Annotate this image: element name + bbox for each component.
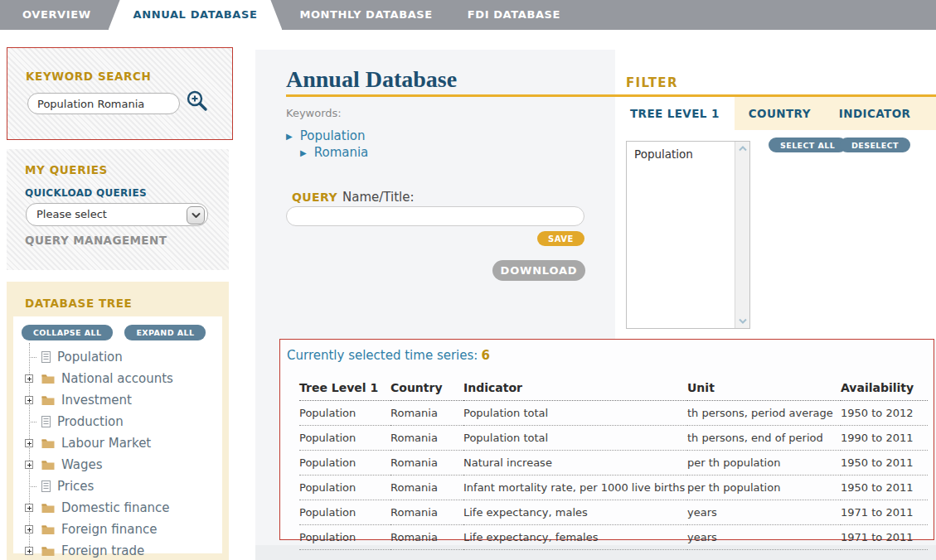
deselect-button[interactable]: DESELECT <box>840 138 910 152</box>
query-name-input[interactable] <box>286 206 584 226</box>
selected-time-series-label: Currently selected time series:6 <box>287 348 490 363</box>
tree-item-investment[interactable]: Investment <box>22 389 222 411</box>
quickload-queries-label: QUICKLOAD QUERIES <box>25 187 147 199</box>
top-nav: OVERVIEW ANNUAL DATABASE MONTHLY DATABAS… <box>0 0 936 30</box>
folder-icon <box>41 503 55 514</box>
tree-item-prices[interactable]: Prices <box>22 476 222 497</box>
expand-plus-icon[interactable] <box>25 439 33 447</box>
filter-tab-unit[interactable]: UNIT <box>924 97 936 130</box>
database-tree: Population National accounts Investment <box>22 346 222 560</box>
tree-item-label: National accounts <box>61 371 173 386</box>
tree-item-label: Foreign finance <box>61 522 157 537</box>
filter-listbox[interactable]: Population <box>626 141 750 329</box>
tree-item-label: Wages <box>61 457 103 472</box>
tree-item-foreign-finance[interactable]: Foreign finance <box>22 519 222 540</box>
col-header-indicator: Indicator <box>463 376 687 401</box>
table-row: Population Romania Population total th p… <box>299 426 928 451</box>
expand-all-button[interactable]: EXPAND ALL <box>124 325 206 340</box>
query-name-label: QUERYName/Title: <box>292 190 415 205</box>
table-header-row: Tree Level 1 Country Indicator Unit Avai… <box>299 376 928 401</box>
select-all-button[interactable]: SELECT ALL <box>769 138 846 152</box>
col-header-unit: Unit <box>687 376 841 401</box>
collapse-all-button[interactable]: COLLAPSE ALL <box>22 325 113 340</box>
tree-connector <box>29 486 36 487</box>
folder-icon <box>41 546 55 557</box>
keyword-romania[interactable]: ▶Romania <box>300 145 368 160</box>
query-management-link[interactable]: QUERY MANAGEMENT <box>25 234 167 247</box>
tree-item-labour-market[interactable]: Labour Market <box>22 432 222 454</box>
expand-plus-icon[interactable] <box>25 461 33 469</box>
save-button[interactable]: SAVE <box>537 231 584 246</box>
scrollbar[interactable] <box>735 142 749 328</box>
tree-item-label: Labour Market <box>61 436 151 451</box>
selected-time-series-box: Currently selected time series:6 Tree Le… <box>279 339 934 540</box>
table-row: Population Romania Life expectancy, male… <box>299 500 928 525</box>
tab-annual-database[interactable]: ANNUAL DATABASE <box>109 0 283 30</box>
tree-item-label: Population <box>57 350 123 364</box>
table-row: Population Romania Population total th p… <box>299 401 928 426</box>
quickload-queries-select[interactable]: Please select <box>26 203 208 226</box>
my-queries-title: MY QUERIES <box>25 163 108 176</box>
document-icon <box>41 480 51 492</box>
expand-plus-icon[interactable] <box>25 547 33 555</box>
col-header-tree-level-1: Tree Level 1 <box>299 376 390 401</box>
table-row: Population Romania Infant mortality rate… <box>299 476 928 500</box>
select-value: Please select <box>36 208 107 220</box>
filter-list-item[interactable]: Population <box>627 142 749 167</box>
folder-icon <box>41 395 55 406</box>
tree-item-population[interactable]: Population <box>22 346 222 368</box>
tree-item-label: Foreign trade <box>61 543 144 558</box>
download-button[interactable]: DOWNLOAD <box>492 260 585 281</box>
search-icon[interactable] <box>185 89 210 113</box>
filter-tab-country[interactable]: COUNTRY <box>735 97 825 130</box>
folder-icon <box>41 460 55 471</box>
table-row: Population Romania Life expectancy, fema… <box>299 525 928 550</box>
document-icon <box>41 416 51 427</box>
filter-tabs: TREE LEVEL 1 COUNTRY INDICATOR UNIT <box>615 97 936 130</box>
triangle-right-icon: ▶ <box>300 148 307 157</box>
chevron-down-icon[interactable] <box>187 206 205 224</box>
col-header-country: Country <box>390 376 463 401</box>
database-tree-panel: DATABASE TREE COLLAPSE ALL EXPAND ALL Po… <box>7 282 229 560</box>
keyword-search-input[interactable] <box>27 93 180 114</box>
database-tree-title: DATABASE TREE <box>25 297 132 310</box>
filter-tab-tree-level-1[interactable]: TREE LEVEL 1 <box>615 97 735 130</box>
tree-item-label: Prices <box>57 479 94 494</box>
expand-plus-icon[interactable] <box>25 374 33 383</box>
tree-item-foreign-trade[interactable]: Foreign trade <box>22 540 222 560</box>
folder-icon <box>41 438 55 449</box>
chevron-down-icon[interactable] <box>735 315 749 327</box>
keywords-label: Keywords: <box>286 107 342 119</box>
tree-item-label: Domestic finance <box>61 500 170 515</box>
tab-overview[interactable]: OVERVIEW <box>5 0 109 30</box>
expand-plus-icon[interactable] <box>25 504 33 512</box>
tree-connector <box>29 357 36 358</box>
tree-item-label: Production <box>57 414 124 429</box>
database-tree-box: COLLAPSE ALL EXPAND ALL Population Natio… <box>13 316 222 553</box>
tree-item-label: Investment <box>61 393 132 408</box>
tree-item-national-accounts[interactable]: National accounts <box>22 368 222 389</box>
col-header-availability: Availability <box>841 376 928 401</box>
filter-tab-indicator[interactable]: INDICATOR <box>825 97 925 130</box>
my-queries-panel: MY QUERIES QUICKLOAD QUERIES Please sele… <box>7 149 229 270</box>
page-title: Annual Database <box>286 66 457 93</box>
keyword-search-panel: KEYWORD SEARCH <box>7 47 233 140</box>
document-icon <box>41 351 51 363</box>
tab-monthly-database[interactable]: MONTHLY DATABASE <box>282 0 449 30</box>
expand-plus-icon[interactable] <box>25 396 33 404</box>
tree-item-wages[interactable]: Wages <box>22 454 222 476</box>
tab-fdi-database[interactable]: FDI DATABASE <box>450 0 578 30</box>
keyword-search-title: KEYWORD SEARCH <box>26 70 152 83</box>
folder-icon <box>41 524 55 535</box>
tree-item-production[interactable]: Production <box>22 411 222 432</box>
filter-title: FILTER <box>626 75 678 90</box>
tree-item-domestic-finance[interactable]: Domestic finance <box>22 497 222 519</box>
table-row: Population Romania Natural increase per … <box>299 451 928 476</box>
tree-connector <box>29 422 36 422</box>
triangle-right-icon: ▶ <box>286 132 293 141</box>
keyword-population[interactable]: ▶Population <box>286 128 366 143</box>
expand-plus-icon[interactable] <box>25 525 33 533</box>
chevron-up-icon[interactable] <box>735 142 749 155</box>
selected-count: 6 <box>481 348 489 363</box>
folder-icon <box>41 374 55 384</box>
